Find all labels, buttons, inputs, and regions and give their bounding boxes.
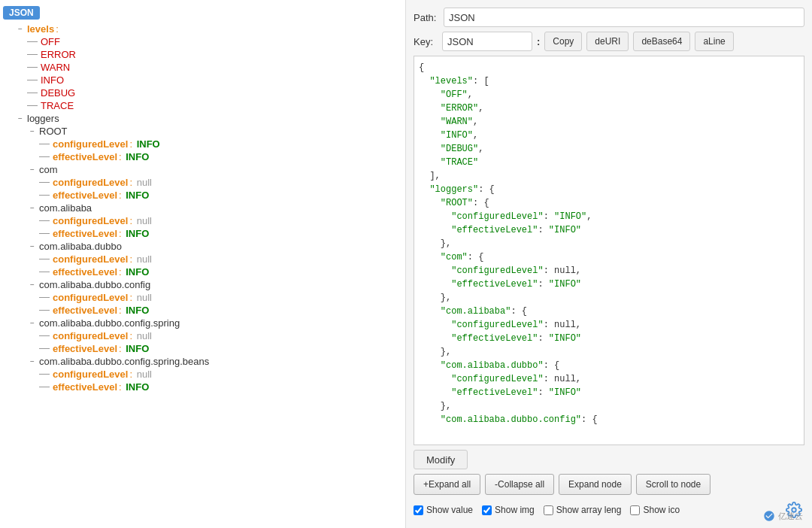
copy-button[interactable]: Copy xyxy=(544,32,582,51)
right-detail-panel: Path: Key: : Copy deURI deBase64 aLine {… xyxy=(406,0,812,528)
configured6-value: null xyxy=(137,330,152,341)
tree-node-com-alibaba-dubbo-config[interactable]: − com.alibaba.dubbo.config xyxy=(0,278,405,291)
show-value-checkbox-item[interactable]: Show value xyxy=(414,505,473,515)
dash-effective1 xyxy=(39,156,50,157)
effective1-key: effectiveLevel xyxy=(53,151,117,162)
dash-off xyxy=(27,41,38,42)
dash-configured1 xyxy=(39,144,50,144)
expand-node-button[interactable]: Expand node xyxy=(559,474,632,495)
tree-node-root[interactable]: − ROOT xyxy=(0,125,405,138)
tree-node-effective4[interactable]: effectiveLevel : INFO xyxy=(0,266,405,278)
watermark-icon xyxy=(763,510,775,522)
show-value-checkbox[interactable] xyxy=(414,505,423,515)
show-ico-checkbox[interactable] xyxy=(630,505,640,515)
colon3: : xyxy=(129,215,132,226)
levels-key: levels xyxy=(27,23,54,35)
tree-node-off[interactable]: OFF xyxy=(0,35,405,48)
configured2-value: null xyxy=(137,177,152,188)
tree-node-effective5[interactable]: effectiveLevel : INFO xyxy=(0,304,405,317)
scroll-to-node-button[interactable]: Scroll to node xyxy=(636,474,710,495)
colon7: : xyxy=(129,369,132,380)
com-label: com xyxy=(39,164,58,175)
tree-node-com[interactable]: − com xyxy=(0,163,405,176)
tree-node-debug[interactable]: DEBUG xyxy=(0,86,405,99)
expand-icon-com: − xyxy=(27,165,38,175)
effective6-key: effectiveLevel xyxy=(53,343,117,354)
tree-node-com-alibaba-dubbo-config-spring-beans[interactable]: − com.alibaba.dubbo.config.spring.beans xyxy=(0,355,405,368)
configured7-key: configuredLevel xyxy=(53,369,128,380)
tree-node-configured3[interactable]: configuredLevel : null xyxy=(0,214,405,227)
effective5-key: effectiveLevel xyxy=(53,305,117,316)
tree-node-configured1[interactable]: configuredLevel : INFO xyxy=(0,138,405,150)
path-input[interactable] xyxy=(444,8,804,27)
tree-node-com-alibaba-dubbo[interactable]: − com.alibaba.dubbo xyxy=(0,240,405,253)
expand-all-button[interactable]: +Expand all xyxy=(414,474,480,495)
tree-node-configured2[interactable]: configuredLevel : null xyxy=(0,176,405,189)
dash-error xyxy=(27,54,38,55)
key-input[interactable] xyxy=(442,32,532,51)
configured1-value: INFO xyxy=(137,138,160,150)
dash-configured7 xyxy=(39,374,50,375)
effective4-key: effectiveLevel xyxy=(53,266,117,278)
dash-effective6 xyxy=(39,348,50,349)
dash-configured4 xyxy=(39,259,50,259)
tree-node-effective1[interactable]: effectiveLevel : INFO xyxy=(0,150,405,163)
effective5-value: INFO xyxy=(126,305,149,316)
colon2: : xyxy=(129,177,132,188)
tree-node-error[interactable]: ERROR xyxy=(0,48,405,61)
dash-effective2 xyxy=(39,195,50,196)
show-img-checkbox-item[interactable]: Show img xyxy=(482,505,535,515)
json-root-badge[interactable]: JSON xyxy=(3,6,40,20)
tree-node-trace[interactable]: TRACE xyxy=(0,99,405,112)
com-alibaba-dubbo-config-label: com.alibaba.dubbo.config xyxy=(39,279,150,290)
show-ico-checkbox-item[interactable]: Show ico xyxy=(630,505,680,515)
colon-eff5: : xyxy=(119,305,122,316)
deuri-button[interactable]: deURI xyxy=(586,32,629,51)
left-tree-panel: JSON − levels : OFF ERROR WARN INFO DEBU… xyxy=(0,0,406,528)
tree-node-effective3[interactable]: effectiveLevel : INFO xyxy=(0,227,405,240)
effective2-value: INFO xyxy=(126,190,149,201)
colon-eff4: : xyxy=(119,266,122,278)
show-array-leng-checkbox[interactable] xyxy=(544,505,553,515)
action-row: +Expand all -Collapse all Expand node Sc… xyxy=(414,474,804,495)
tree-node-effective2[interactable]: effectiveLevel : INFO xyxy=(0,189,405,202)
aline-button[interactable]: aLine xyxy=(695,32,733,51)
com-alibaba-dubbo-config-spring-beans-label: com.alibaba.dubbo.config.spring.beans xyxy=(39,356,209,367)
tree-node-configured6[interactable]: configuredLevel : null xyxy=(0,329,405,342)
show-img-checkbox[interactable] xyxy=(482,505,492,515)
configured3-key: configuredLevel xyxy=(53,215,128,226)
tree-node-effective7[interactable]: effectiveLevel : INFO xyxy=(0,381,405,393)
trace-label: TRACE xyxy=(41,100,74,111)
colon6: : xyxy=(129,330,132,341)
dash-warn xyxy=(27,67,38,68)
tree-node-warn[interactable]: WARN xyxy=(0,61,405,74)
tree-node-com-alibaba[interactable]: − com.alibaba xyxy=(0,202,405,214)
tree-node-com-alibaba-dubbo-config-spring[interactable]: − com.alibaba.dubbo.config.spring xyxy=(0,317,405,329)
collapse-all-button[interactable]: -Collapse all xyxy=(485,474,554,495)
debase64-button[interactable]: deBase64 xyxy=(633,32,690,51)
expand-icon-root: − xyxy=(27,126,38,137)
tree-node-configured4[interactable]: configuredLevel : null xyxy=(0,253,405,266)
tree-node-configured7[interactable]: configuredLevel : null xyxy=(0,368,405,381)
key-label: Key: xyxy=(414,36,438,47)
show-array-leng-checkbox-item[interactable]: Show array leng xyxy=(544,505,622,515)
tree-node-loggers[interactable]: − loggers xyxy=(0,112,405,125)
effective3-value: INFO xyxy=(126,228,149,239)
checkbox-row: Show value Show img Show array leng Show… xyxy=(414,505,680,515)
dash-effective5 xyxy=(39,310,50,311)
modify-button[interactable]: Modify xyxy=(414,450,468,469)
effective1-value: INFO xyxy=(126,151,149,162)
effective7-key: effectiveLevel xyxy=(53,381,117,393)
configured4-key: configuredLevel xyxy=(53,253,128,265)
expand-icon-com-alibaba-dubbo-config-spring-beans: − xyxy=(27,357,38,367)
configured1-key: configuredLevel xyxy=(53,138,128,150)
tree-node-levels[interactable]: − levels : xyxy=(0,23,405,35)
configured4-value: null xyxy=(137,253,152,265)
warn-label: WARN xyxy=(41,62,70,73)
info-label: INFO xyxy=(41,74,64,86)
json-editor[interactable]: { "levels": [ "OFF", "ERROR", "WARN", "I… xyxy=(414,56,804,445)
tree-node-configured5[interactable]: configuredLevel : null xyxy=(0,291,405,304)
tree-node-effective6[interactable]: effectiveLevel : INFO xyxy=(0,342,405,355)
configured7-value: null xyxy=(137,369,152,380)
tree-node-info[interactable]: INFO xyxy=(0,74,405,86)
